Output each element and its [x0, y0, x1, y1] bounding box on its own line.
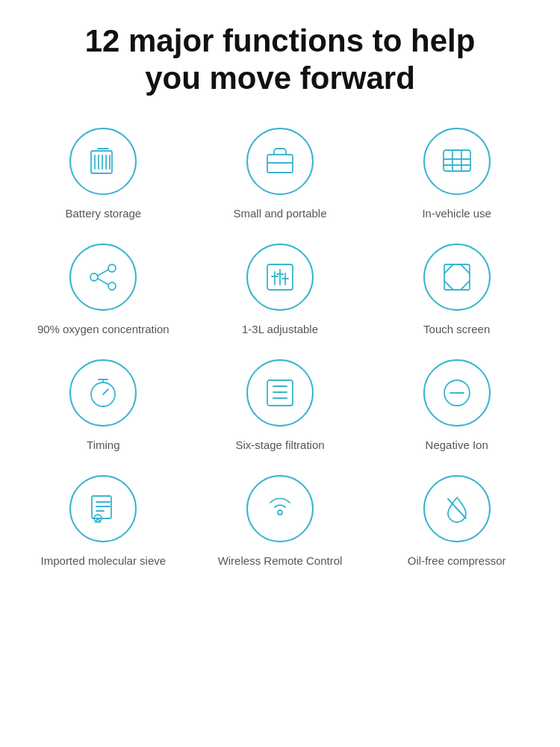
feature-small-portable: Small and portable — [192, 128, 369, 221]
svg-rect-9 — [444, 150, 470, 171]
svg-line-30 — [103, 389, 108, 394]
feature-touch-screen: Touch screen — [368, 244, 545, 337]
oil-free-icon — [423, 475, 491, 542]
svg-rect-37 — [92, 496, 111, 518]
feature-timing: Timing — [15, 359, 192, 453]
battery-storage-icon — [69, 128, 137, 195]
in-vehicle-use-label: In-vehicle use — [422, 205, 491, 221]
adjustable-label: 1-3L adjustable — [242, 321, 318, 337]
feature-molecular-sieve: Imported molecular sieve — [15, 475, 192, 568]
touch-screen-label: Touch screen — [423, 321, 490, 337]
feature-negative-ion: Negative Ion — [368, 359, 545, 453]
feature-filtration: Six-stage filtration — [192, 359, 369, 453]
svg-point-14 — [108, 264, 116, 272]
oxygen-concentration-icon — [69, 244, 137, 311]
touch-screen-icon — [423, 244, 491, 311]
svg-line-17 — [98, 270, 108, 276]
molecular-sieve-icon — [69, 475, 137, 542]
svg-point-16 — [108, 282, 116, 290]
negative-ion-icon — [423, 359, 491, 427]
svg-rect-7 — [267, 155, 293, 173]
page-title: 12 major functions to help you move forw… — [15, 22, 545, 98]
feature-battery-storage: Battery storage — [15, 128, 192, 221]
timing-label: Timing — [87, 437, 119, 453]
molecular-sieve-label: Imported molecular sieve — [41, 553, 167, 568]
svg-point-15 — [90, 273, 98, 281]
timing-icon — [69, 359, 137, 427]
svg-line-18 — [98, 279, 108, 285]
in-vehicle-use-icon — [423, 128, 491, 195]
page: 12 major functions to help you move forw… — [0, 0, 560, 598]
small-portable-icon — [246, 128, 314, 195]
feature-in-vehicle-use: In-vehicle use — [368, 128, 545, 221]
feature-adjustable: 1-3L adjustable — [192, 244, 369, 337]
svg-point-42 — [278, 510, 282, 515]
filtration-label: Six-stage filtration — [235, 437, 324, 453]
features-grid: Battery storageSmall and portableIn-vehi… — [15, 128, 545, 568]
battery-storage-label: Battery storage — [65, 205, 141, 221]
filtration-icon — [246, 359, 314, 427]
svg-line-43 — [448, 499, 466, 518]
remote-control-icon — [246, 475, 314, 542]
adjustable-icon — [246, 244, 314, 311]
oil-free-label: Oil-free compressor — [408, 553, 506, 568]
feature-remote-control: Wireless Remote Control — [192, 475, 369, 568]
negative-ion-label: Negative Ion — [426, 437, 488, 453]
svg-rect-31 — [267, 380, 293, 406]
small-portable-label: Small and portable — [233, 205, 326, 221]
feature-oil-free: Oil-free compressor — [368, 475, 545, 568]
oxygen-concentration-label: 90% oxygen concentration — [37, 321, 169, 337]
svg-rect-26 — [444, 264, 470, 290]
feature-oxygen-concentration: 90% oxygen concentration — [15, 244, 192, 337]
remote-control-label: Wireless Remote Control — [218, 553, 343, 568]
